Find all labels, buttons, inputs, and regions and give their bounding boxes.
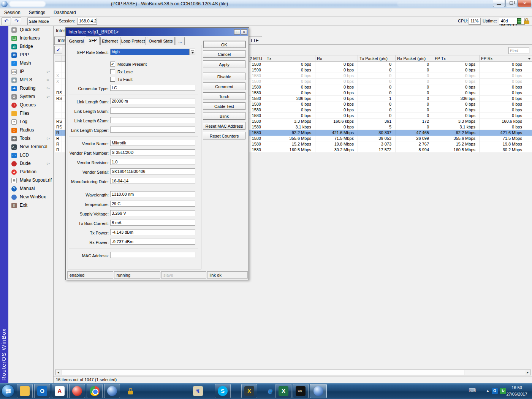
close-button[interactable]: × xyxy=(518,0,531,7)
scroll-right-button[interactable]: ▸ xyxy=(525,370,530,375)
sidebar-item-mpls[interactable]: ◆MPLS▻ xyxy=(8,76,53,84)
field-vendor-part-number-[interactable]: S-35LC20D xyxy=(110,149,195,155)
apply-button[interactable]: Apply xyxy=(203,60,245,68)
menu-item-session[interactable]: Session xyxy=(0,8,25,17)
sidebar-item-lcd[interactable]: ▭LCD xyxy=(8,151,53,160)
checkbox-rx-lose[interactable] xyxy=(110,69,115,74)
column-select-button[interactable] xyxy=(526,55,532,62)
column-header-3[interactable]: Tx Packet (p/s) xyxy=(358,55,396,62)
enable-button[interactable]: ✔ xyxy=(54,46,62,54)
reset-mac-address-button[interactable]: Reset MAC Address xyxy=(203,122,245,130)
tab-lte[interactable]: LTE xyxy=(247,36,262,45)
column-header-5[interactable]: FP Tx xyxy=(433,55,480,62)
field-vendor-name-[interactable]: Mikrotik xyxy=(110,140,195,146)
field-link-length-62um-[interactable] xyxy=(110,117,195,123)
field-connector-type-[interactable]: LC xyxy=(110,85,195,91)
sidebar-item-ppp[interactable]: ⧉PPP xyxy=(8,51,53,59)
sidebar-item-new-terminal[interactable]: >_New Terminal xyxy=(8,143,53,151)
taskbar-item-cmd[interactable]: C:\_ xyxy=(293,384,309,398)
field-tx-bias-current-[interactable]: 8 mA xyxy=(110,220,195,226)
redo-button[interactable]: ↷ xyxy=(12,17,21,25)
keyboard-icon[interactable]: ⌨ xyxy=(469,388,476,393)
sfp-rate-select-dropdown[interactable] xyxy=(189,49,195,55)
taskbar-clock[interactable]: 16:53 27/06/2017 xyxy=(503,385,530,397)
taskbar-item-dude[interactable] xyxy=(69,384,85,398)
taskbar-item-chrome[interactable] xyxy=(87,384,103,398)
tab-interface[interactable]: Interfa xyxy=(54,36,66,45)
field-tx-power-[interactable]: -4.143 dBm xyxy=(110,229,195,235)
sidebar-item-bridge[interactable]: ⇄Bridge xyxy=(8,43,53,51)
sidebar-item-quick-set[interactable]: ✽Quick Set xyxy=(8,26,53,34)
taskbar-item-remote-pc[interactable]: ↯ xyxy=(190,384,206,398)
sidebar-item-interfaces[interactable]: ▤Interfaces xyxy=(8,34,53,43)
sidebar-item-routing[interactable]: ➔Routing▻ xyxy=(8,84,53,93)
dialog-tab-overallstats[interactable]: Overall Stats xyxy=(147,37,175,45)
checkbox-module-present[interactable]: ✔ xyxy=(110,62,115,66)
dialog-tab-[interactable]: ... xyxy=(176,37,185,45)
field-rx-power-[interactable]: -9.737 dBm xyxy=(110,239,195,245)
taskbar-item-outlook[interactable]: O xyxy=(34,384,50,398)
field-link-length-9um-[interactable]: 20000 m xyxy=(110,98,195,104)
sidebar-item-ip[interactable]: 255IP▻ xyxy=(8,68,53,76)
taskbar-item-explorer[interactable] xyxy=(17,384,33,398)
field-link-length-50um-[interactable] xyxy=(110,108,195,114)
reset-counters-button[interactable]: Reset Counters xyxy=(203,132,245,139)
sidebar-item-log[interactable]: ≡Log xyxy=(8,118,53,126)
taskbar-item-winbox-active[interactable] xyxy=(310,384,327,398)
taskbar-item-skype[interactable]: S xyxy=(215,384,231,398)
menu-item-settings[interactable]: Settings xyxy=(25,8,49,17)
sidebar-item-manual[interactable]: ?Manual xyxy=(8,185,53,193)
dialog-tab-general[interactable]: General xyxy=(68,37,85,45)
sidebar-item-exit[interactable]: ▯Exit xyxy=(8,201,53,210)
field-link-length-copper-[interactable] xyxy=(110,127,195,133)
comment-button[interactable]: Comment xyxy=(203,82,245,90)
dialog-titlebar[interactable]: Interface <sfp1_BRD01> □ × xyxy=(66,28,248,36)
taskbar-item-secure-copy[interactable] xyxy=(122,384,138,398)
column-header-2[interactable]: Rx xyxy=(315,55,358,62)
ok-button[interactable]: OK xyxy=(203,41,245,48)
sidebar-item-queues[interactable]: ◔Queues xyxy=(8,101,53,109)
field-mac-address-[interactable] xyxy=(110,252,195,258)
field-vendor-revision-[interactable]: 1.0 xyxy=(110,159,195,165)
find-input[interactable] xyxy=(508,47,529,54)
sidebar-item-new-winbox[interactable]: New WinBox xyxy=(8,193,53,201)
sidebar-item-files[interactable]: Files xyxy=(8,109,53,118)
sidebar-item-system[interactable]: ⚙System▻ xyxy=(8,93,53,101)
field-supply-voltage-[interactable]: 3.269 V xyxy=(110,210,195,216)
minimize-button[interactable] xyxy=(493,0,505,7)
column-header-1[interactable]: Tx xyxy=(265,55,315,62)
menu-item-dashboard[interactable]: Dashboard xyxy=(49,8,80,17)
column-header-0[interactable]: 2 MTU xyxy=(248,55,265,62)
outlook-tray-icon[interactable]: O xyxy=(492,388,498,394)
column-flags[interactable] xyxy=(55,55,62,62)
horizontal-scrollbar[interactable]: ◂ ▸ xyxy=(55,369,531,375)
cancel-button[interactable]: Cancel xyxy=(203,50,245,58)
taskbar-item-xshell[interactable]: X xyxy=(241,384,257,398)
blink-button[interactable]: Blink xyxy=(203,112,245,120)
field-temperature-[interactable]: 29 C xyxy=(110,201,195,207)
undo-button[interactable]: ↶ xyxy=(2,17,11,25)
start-button[interactable] xyxy=(2,385,14,397)
restore-button[interactable] xyxy=(505,0,518,7)
torch-button[interactable]: Torch xyxy=(203,92,245,100)
safe-mode-button[interactable]: Safe Mode xyxy=(27,17,50,25)
dialog-tab-sfp[interactable]: SFP xyxy=(86,36,100,45)
dialog-tab-loopprotect[interactable]: Loop Protect xyxy=(120,37,146,45)
sidebar-item-mesh[interactable]: ∴Mesh xyxy=(8,59,53,68)
sidebar-item-tools[interactable]: ✛Tools▻ xyxy=(8,135,53,143)
hidden-icons-button[interactable]: ▲ xyxy=(486,389,489,393)
dialog-maximize-button[interactable]: □ xyxy=(234,29,240,35)
session-field[interactable]: 168.0.4.2 xyxy=(77,18,97,25)
scrollbar-thumb[interactable] xyxy=(62,370,464,375)
sidebar-item-partition[interactable]: ◕Partition xyxy=(8,168,53,176)
scroll-left-button[interactable]: ◂ xyxy=(55,370,61,375)
column-header-4[interactable]: Rx Packet (p/s) xyxy=(396,55,433,62)
taskbar-item-excel[interactable]: X xyxy=(276,384,291,398)
sidebar-item-radius[interactable]: ☺Radius xyxy=(8,126,53,135)
field-vendor-serial-[interactable]: SK160411B30406 xyxy=(110,168,195,174)
taskbar-item-winbox[interactable] xyxy=(104,384,120,398)
column-header-6[interactable]: FP Rx xyxy=(480,55,526,62)
checkbox-tx-fault[interactable] xyxy=(110,77,115,82)
cable-test-button[interactable]: Cable Test xyxy=(203,102,245,110)
dialog-tab-ethernet[interactable]: Ethernet xyxy=(100,37,119,45)
